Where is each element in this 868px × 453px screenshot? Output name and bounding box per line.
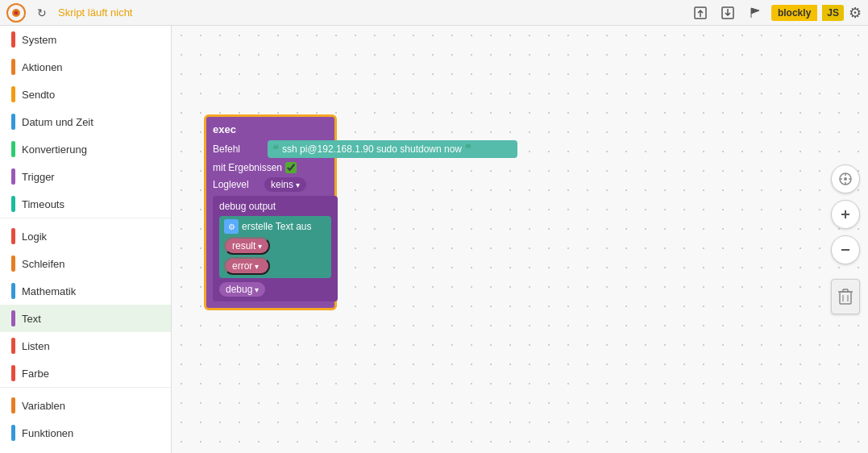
sidebar-item-timeouts[interactable]: Timeouts bbox=[0, 190, 171, 218]
color-indicator bbox=[11, 228, 15, 244]
settings-icon[interactable]: ⚙ bbox=[849, 4, 862, 22]
exec-block[interactable]: exec Befehl ❝ ssh pi@192.168.1.90 sudo s… bbox=[204, 114, 337, 310]
svg-point-5 bbox=[844, 177, 847, 181]
result-dropdown[interactable]: result bbox=[224, 237, 270, 255]
trash-button[interactable] bbox=[831, 279, 860, 314]
svg-rect-13 bbox=[840, 292, 851, 304]
debug-output-label: debug output bbox=[219, 201, 331, 212]
zoom-out-button[interactable] bbox=[831, 235, 860, 264]
sidebar-item-variablen[interactable]: Variablen bbox=[0, 392, 171, 419]
mit-ergebnissen-checkbox[interactable] bbox=[285, 162, 297, 173]
sidebar-item-aktionen[interactable]: Aktionen bbox=[0, 53, 171, 81]
crosshair-button[interactable] bbox=[831, 164, 860, 193]
mit-ergebnissen-row: mit Ergebnissen bbox=[213, 162, 328, 173]
sidebar-item-farbe[interactable]: Farbe bbox=[0, 359, 171, 387]
zoom-in-button[interactable] bbox=[831, 200, 860, 229]
befehl-row: Befehl ❝ ssh pi@192.168.1.90 sudo shutdo… bbox=[213, 140, 328, 158]
debug-level-dropdown[interactable]: debug bbox=[219, 282, 265, 297]
flag-icon[interactable] bbox=[744, 2, 766, 24]
sidebar-item-datum-und-zeit[interactable]: Datum und Zeit bbox=[0, 108, 171, 135]
record-button[interactable] bbox=[6, 3, 26, 23]
color-indicator bbox=[11, 397, 15, 414]
sidebar: System Aktionen Sendto Datum und Zeit Ko… bbox=[0, 26, 172, 453]
sidebar-item-trigger[interactable]: Trigger bbox=[0, 163, 171, 190]
error-dropdown[interactable]: error bbox=[224, 257, 270, 275]
loglevel-row: Loglevel keins bbox=[213, 177, 328, 192]
color-indicator bbox=[11, 310, 15, 326]
mit-ergebnissen-label: mit Ergebnissen bbox=[213, 162, 282, 173]
canvas-controls bbox=[831, 164, 860, 314]
command-block[interactable]: ❝ ssh pi@192.168.1.90 sudo shutdown now … bbox=[268, 140, 517, 158]
sidebar-item-funktionen[interactable]: Funktionen bbox=[0, 419, 171, 447]
color-indicator bbox=[11, 283, 15, 299]
main-layout: System Aktionen Sendto Datum und Zeit Ko… bbox=[0, 26, 868, 453]
erstelle-text-label: erstelle Text aus bbox=[242, 221, 312, 232]
sidebar-item-logik[interactable]: Logik bbox=[0, 222, 171, 250]
color-indicator bbox=[11, 141, 15, 157]
close-quote: ❞ bbox=[465, 143, 471, 156]
debug-dropdown-row: debug bbox=[219, 282, 331, 297]
sidebar-item-schleifen[interactable]: Schleifen bbox=[0, 250, 171, 277]
sidebar-item-text[interactable]: Text bbox=[0, 305, 171, 332]
open-quote: ❝ bbox=[272, 143, 279, 156]
color-indicator bbox=[11, 338, 15, 354]
color-indicator bbox=[11, 59, 15, 75]
color-indicator bbox=[11, 425, 15, 441]
export-icon[interactable] bbox=[689, 2, 712, 24]
color-indicator bbox=[11, 168, 15, 185]
svg-point-1 bbox=[15, 10, 19, 15]
toolbar-right: blockly JS ⚙ bbox=[689, 2, 862, 24]
import-icon[interactable] bbox=[716, 2, 739, 24]
js-tab[interactable]: JS bbox=[822, 5, 844, 21]
sidebar-item-mathematik[interactable]: Mathematik bbox=[0, 277, 171, 305]
exec-title: exec bbox=[213, 123, 328, 135]
sidebar-item-system[interactable]: System bbox=[0, 26, 171, 53]
debug-output-block[interactable]: debug output ⚙ erstelle Text aus result … bbox=[213, 196, 338, 301]
block-canvas[interactable]: exec Befehl ❝ ssh pi@192.168.1.90 sudo s… bbox=[172, 26, 868, 453]
color-indicator bbox=[11, 114, 15, 130]
exec-block-container: exec Befehl ❝ ssh pi@192.168.1.90 sudo s… bbox=[204, 114, 337, 310]
refresh-button[interactable]: ↻ bbox=[32, 3, 52, 23]
color-indicator bbox=[11, 196, 15, 212]
loglevel-dropdown[interactable]: keins bbox=[264, 177, 306, 192]
sidebar-item-listen[interactable]: Listen bbox=[0, 332, 171, 359]
befehl-label: Befehl bbox=[213, 143, 261, 155]
color-indicator bbox=[11, 86, 15, 102]
color-indicator bbox=[11, 31, 15, 48]
topbar: ↻ Skript läuft nicht blockly JS ⚙ bbox=[0, 0, 868, 26]
loglevel-label: Loglevel bbox=[213, 179, 261, 190]
blockly-tab[interactable]: blockly bbox=[771, 5, 817, 21]
command-text: ssh pi@192.168.1.90 sudo shutdown now bbox=[282, 143, 462, 155]
erstelle-text-block[interactable]: ⚙ erstelle Text aus result error bbox=[219, 216, 331, 278]
color-indicator bbox=[11, 256, 15, 272]
sidebar-item-konvertierung[interactable]: Konvertierung bbox=[0, 135, 171, 163]
gear-settings-icon[interactable]: ⚙ bbox=[224, 219, 239, 234]
sidebar-item-sendto[interactable]: Sendto bbox=[0, 81, 171, 108]
script-status: Skript läuft nicht bbox=[58, 6, 683, 19]
color-indicator bbox=[11, 365, 15, 381]
